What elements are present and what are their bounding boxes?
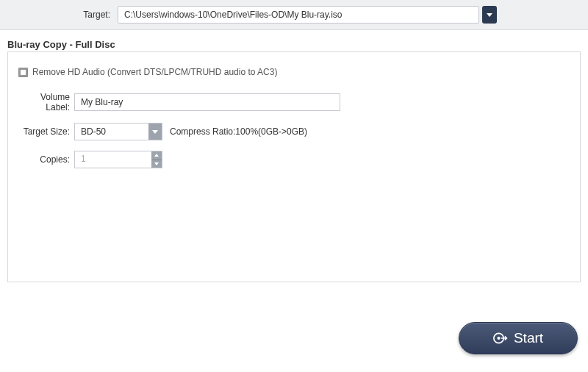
compress-ratio-text: Compress Ratio:100%(0GB->0GB): [170, 126, 307, 137]
disc-arrow-icon: [493, 331, 508, 346]
target-size-label: Target Size:: [18, 126, 74, 137]
start-button[interactable]: Start: [459, 322, 578, 354]
start-button-label: Start: [514, 330, 543, 346]
copies-spinner[interactable]: 1: [74, 151, 162, 168]
spinner-buttons: [151, 151, 162, 168]
copies-increment-button[interactable]: [151, 151, 162, 160]
target-path-input[interactable]: [118, 6, 479, 24]
target-size-select[interactable]: BD-50: [74, 123, 162, 140]
remove-hd-audio-label: Remove HD Audio (Convert DTS/LPCM/TRUHD …: [32, 67, 277, 77]
volume-row: Volume Label:: [18, 92, 570, 112]
svg-point-1: [497, 337, 500, 340]
section-title: Blu-ray Copy - Full Disc: [0, 30, 588, 51]
options-panel: Remove HD Audio (Convert DTS/LPCM/TRUHD …: [7, 51, 581, 282]
target-dropdown-button[interactable]: [482, 6, 497, 24]
target-size-row: Target Size: BD-50 Compress Ratio:100%(0…: [18, 123, 570, 140]
copies-row: Copies: 1: [18, 151, 570, 168]
remove-hd-audio-row: Remove HD Audio (Convert DTS/LPCM/TRUHD …: [18, 67, 570, 77]
target-size-selected: BD-50: [75, 126, 148, 137]
volume-label: Volume Label:: [18, 92, 74, 112]
copies-label: Copies:: [18, 154, 74, 165]
target-input-wrap: [118, 6, 497, 24]
copies-decrement-button[interactable]: [151, 160, 162, 168]
target-bar: Target:: [0, 0, 588, 30]
copies-value: 1: [75, 151, 151, 168]
volume-label-input[interactable]: [74, 93, 340, 111]
chevron-down-icon: [148, 124, 162, 140]
remove-hd-audio-checkbox[interactable]: [18, 68, 28, 77]
target-label: Target:: [7, 10, 118, 20]
